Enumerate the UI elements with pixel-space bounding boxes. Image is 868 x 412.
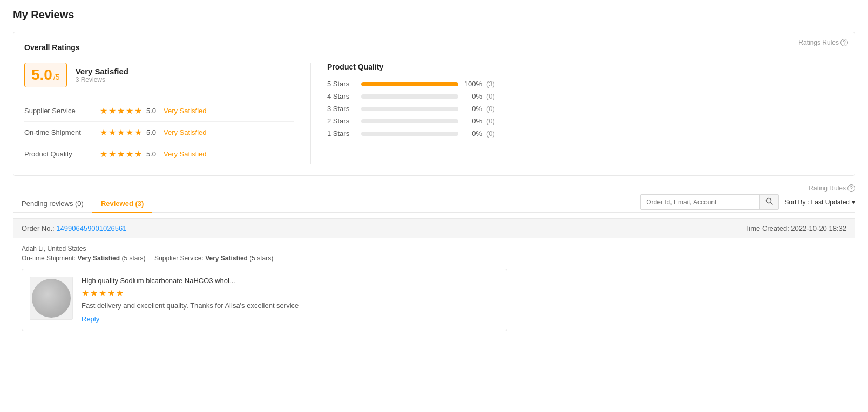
bar-4-count: (0) bbox=[486, 92, 495, 100]
supplier-service-row: Supplier Service ★ ★ ★ ★ ★ 5.0 Very Sati… bbox=[24, 100, 294, 122]
product-rating-stars: ★ ★ ★ ★ ★ bbox=[82, 288, 499, 298]
order-number: Order No.: 149906459001026561 bbox=[22, 224, 126, 232]
review-body: Adah Li, United States On-time Shipment:… bbox=[13, 238, 855, 338]
bar-5-stars: 5 Stars 100% (3) bbox=[327, 80, 844, 88]
ratings-rules-top[interactable]: Ratings Rules ? bbox=[798, 39, 848, 46]
bar-2-track bbox=[361, 119, 458, 123]
bar-1-stars: 1 Stars 0% (0) bbox=[327, 129, 844, 138]
supplier-service-stars: ★ ★ ★ ★ ★ bbox=[100, 106, 142, 116]
overall-ratings-title: Overall Ratings bbox=[24, 43, 844, 52]
supplier-service-label: Supplier Service bbox=[24, 107, 100, 115]
tabs-section: Rating Rules ? Sort By : Last Updated ▾ … bbox=[13, 184, 855, 338]
search-box bbox=[640, 194, 779, 210]
bar-3-label: 3 Stars bbox=[327, 105, 357, 113]
on-time-shipment-value: 5.0 bbox=[146, 128, 164, 136]
bar-5-fill bbox=[361, 82, 458, 86]
score-row: 5.0 /5 Very Satisfied 3 Reviews bbox=[24, 63, 294, 87]
bar-5-count: (3) bbox=[486, 80, 495, 88]
score-label-text: Very Satisfied bbox=[76, 67, 128, 76]
ratings-rules-icon[interactable]: ? bbox=[840, 39, 848, 46]
tab-controls: Sort By : Last Updated ▾ bbox=[640, 194, 855, 210]
product-quality-row: Product Quality ★ ★ ★ ★ ★ 5.0 Very Satis… bbox=[24, 143, 294, 164]
score-label: Very Satisfied 3 Reviews bbox=[76, 67, 128, 84]
svg-line-1 bbox=[771, 203, 773, 205]
score-denom: /5 bbox=[53, 73, 60, 81]
tab-pending-reviews[interactable]: Pending reviews (0) bbox=[13, 195, 92, 213]
review-section: Order No.: 149906459001026561 Time Creat… bbox=[13, 218, 855, 338]
product-name: High quality Sodium bicarbonate NaHCO3 w… bbox=[82, 277, 499, 285]
bar-5-pct: 100% bbox=[463, 80, 482, 88]
bar-4-label: 4 Stars bbox=[327, 92, 357, 100]
supplier-service-rating-label: Very Satisfied bbox=[164, 107, 207, 115]
on-time-shipment-row: On-time Shipment ★ ★ ★ ★ ★ 5.0 Very Sati… bbox=[24, 122, 294, 143]
bar-1-label: 1 Stars bbox=[327, 129, 357, 138]
supplier-service-value: 5.0 bbox=[146, 107, 164, 115]
ontime-shipment-value: Very Satisfied bbox=[77, 255, 120, 262]
right-panel: Product Quality 5 Stars 100% (3) 4 Stars… bbox=[327, 63, 844, 164]
bar-1-track bbox=[361, 132, 458, 136]
reviewer-meta: On-time Shipment: Very Satisfied (5 star… bbox=[22, 255, 846, 262]
bar-1-count: (0) bbox=[486, 129, 495, 138]
supplier-service-value: Very Satisfied bbox=[205, 255, 248, 262]
product-review-card: High quality Sodium bicarbonate NaHCO3 w… bbox=[22, 269, 507, 331]
on-time-shipment-rating-label: Very Satisfied bbox=[164, 128, 207, 136]
left-panel: 5.0 /5 Very Satisfied 3 Reviews Supplier… bbox=[24, 63, 294, 164]
reply-button[interactable]: Reply bbox=[82, 315, 99, 323]
order-header: Order No.: 149906459001026561 Time Creat… bbox=[13, 218, 855, 238]
score-value: 5.0 bbox=[31, 66, 52, 84]
product-quality-chart-title: Product Quality bbox=[327, 63, 844, 71]
reviewer-name: Adah Li, United States bbox=[22, 245, 846, 252]
tab-reviewed[interactable]: Reviewed (3) bbox=[92, 195, 152, 213]
bar-5-label: 5 Stars bbox=[327, 80, 357, 88]
bar-1-pct: 0% bbox=[463, 129, 482, 138]
bar-2-stars: 2 Stars 0% (0) bbox=[327, 117, 844, 125]
product-quality-value: 5.0 bbox=[146, 150, 164, 158]
time-created: Time Created: 2022-10-20 18:32 bbox=[745, 224, 846, 232]
bar-3-count: (0) bbox=[486, 105, 495, 113]
product-quality-label: Product Quality bbox=[24, 150, 100, 158]
vertical-divider bbox=[310, 63, 311, 164]
product-info: High quality Sodium bicarbonate NaHCO3 w… bbox=[82, 277, 499, 323]
on-time-shipment-label: On-time Shipment bbox=[24, 128, 100, 136]
bar-3-pct: 0% bbox=[463, 105, 482, 113]
bar-4-stars: 4 Stars 0% (0) bbox=[327, 92, 844, 100]
rating-rules-bottom-icon[interactable]: ? bbox=[847, 184, 855, 192]
product-image bbox=[30, 277, 73, 320]
search-input[interactable] bbox=[641, 196, 760, 209]
bar-2-count: (0) bbox=[486, 117, 495, 125]
product-quality-rating-label: Very Satisfied bbox=[164, 150, 207, 158]
bar-3-stars: 3 Stars 0% (0) bbox=[327, 105, 844, 113]
on-time-shipment-stars: ★ ★ ★ ★ ★ bbox=[100, 127, 142, 138]
product-quality-stars: ★ ★ ★ ★ ★ bbox=[100, 149, 142, 159]
order-number-link[interactable]: 149906459001026561 bbox=[56, 224, 126, 232]
page-title: My Reviews bbox=[13, 9, 855, 21]
bar-4-track bbox=[361, 94, 458, 99]
search-button[interactable] bbox=[760, 195, 778, 209]
review-text: Fast delivery and excellent quality. Tha… bbox=[82, 301, 499, 310]
rating-rules-bottom[interactable]: Rating Rules ? bbox=[809, 184, 855, 192]
chevron-down-icon: ▾ bbox=[852, 198, 855, 206]
search-icon bbox=[765, 197, 773, 205]
product-image-placeholder bbox=[32, 279, 71, 318]
sort-dropdown[interactable]: Sort By : Last Updated ▾ bbox=[784, 198, 855, 206]
bar-2-pct: 0% bbox=[463, 117, 482, 125]
bar-5-track bbox=[361, 82, 458, 86]
bar-4-pct: 0% bbox=[463, 92, 482, 100]
overall-ratings-section: Ratings Rules ? Overall Ratings 5.0 /5 V… bbox=[13, 32, 855, 176]
review-count: 3 Reviews bbox=[76, 76, 128, 84]
score-box: 5.0 /5 bbox=[24, 63, 67, 87]
bar-3-track bbox=[361, 107, 458, 111]
overall-content: 5.0 /5 Very Satisfied 3 Reviews Supplier… bbox=[24, 63, 844, 164]
bar-2-label: 2 Stars bbox=[327, 117, 357, 125]
